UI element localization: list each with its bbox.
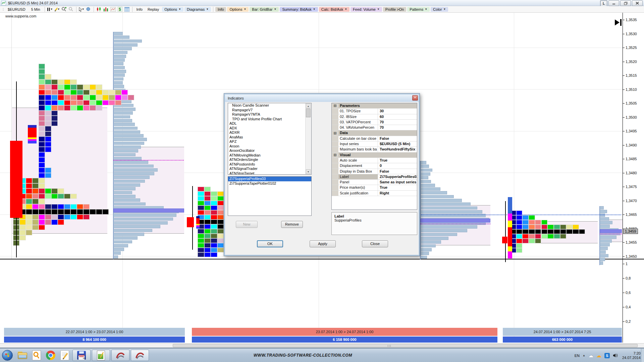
property-section-header[interactable]: ⊟Data [332, 130, 417, 136]
close-button-dialog[interactable]: Close [362, 240, 388, 247]
indicator-list-item[interactable]: ADXR [228, 130, 305, 135]
marker-tool-icon[interactable] [86, 7, 92, 12]
taskbar-app-ninjatrader-1[interactable] [111, 350, 129, 361]
collapse-icon[interactable]: ⊟ [332, 130, 338, 135]
scrollbar-thumb[interactable] [173, 344, 638, 347]
property-row[interactable]: Maximum bars look baTwoHundredFiftySix [332, 147, 417, 152]
collapse-icon[interactable]: ⊟ [332, 153, 338, 158]
replay-button[interactable]: Replay [146, 7, 161, 12]
taskbar-app-ninjatrader-2[interactable] [131, 350, 149, 361]
scroll-thumb[interactable] [306, 109, 311, 117]
line-chart-icon[interactable] [110, 7, 116, 12]
bar-type-icon[interactable]: ▼ [47, 7, 53, 12]
explorer-icon[interactable] [16, 350, 29, 361]
volume-bars-icon[interactable] [103, 7, 109, 12]
property-row[interactable]: Scale justificationRight [332, 191, 417, 196]
patterns-menu[interactable]: Patterns▼ [407, 7, 430, 12]
indicator-list-item[interactable]: APZ [228, 139, 305, 144]
options-chip[interactable]: Options▼ [227, 7, 249, 12]
search-icon[interactable] [30, 350, 43, 361]
feed-volume-menu[interactable]: Feed: Volume▼ [351, 7, 382, 12]
diagramas-menu[interactable]: Diagramas▼ [184, 7, 211, 12]
property-value[interactable]: 70 [378, 120, 417, 125]
indicator-list-item[interactable]: Nison Candle Scanner [228, 103, 305, 108]
property-value[interactable]: False [378, 169, 417, 174]
indicator-list-item[interactable]: RampageV7MTA [228, 112, 305, 117]
property-row[interactable]: 04. VAVolumePercen70 [332, 125, 417, 130]
new-button[interactable]: New [236, 221, 258, 228]
selected-indicator-item[interactable]: Zi7SupperiaTapePlotter0102 [228, 181, 311, 186]
property-value[interactable]: TwoHundredFiftySix [378, 147, 417, 152]
go-to-end-icon[interactable] [614, 19, 623, 26]
close-button[interactable] [632, 0, 643, 6]
property-section-header[interactable]: ⊟Visual [332, 153, 417, 158]
property-value[interactable]: False [378, 136, 417, 141]
property-row[interactable]: PanelSame as input series [332, 180, 417, 185]
indicator-list-item[interactable]: ATNMovingMedian [228, 153, 305, 158]
selected-indicator-item[interactable]: Zi7SupperiaProfiles03 [228, 177, 311, 181]
property-value[interactable]: Zi7SupperiaProfiles03 [378, 174, 417, 179]
dialog-close-icon[interactable]: ✕ [412, 95, 418, 101]
bar-gridbar-menu[interactable]: Bar: GridBar▼ [250, 7, 279, 12]
scroll-down-icon[interactable]: ▼ [306, 169, 311, 174]
property-value[interactable]: Same as input series [378, 180, 417, 185]
property-grid[interactable]: ⊟Parameters01. TPOSize3002. IBSize6003. … [331, 103, 417, 210]
cloud-icon[interactable]: ☁ [588, 353, 593, 359]
scroll-up-icon[interactable]: ▲ [306, 104, 311, 108]
show-desktop-button[interactable] [641, 349, 644, 362]
list-scrollbar[interactable]: ▲ ▼ [305, 103, 311, 174]
start-button[interactable] [2, 350, 13, 361]
taskbar-app-journal[interactable] [92, 350, 110, 361]
indicator-list-item[interactable]: ADL [228, 121, 305, 126]
selected-indicators-list[interactable]: Zi7SupperiaProfiles03Zi7SupperiaTapePlot… [228, 176, 312, 216]
property-value[interactable]: True [378, 185, 417, 190]
property-value[interactable]: $EURUSD (5 Min) [378, 141, 417, 146]
property-row[interactable]: 01. TPOSize30 [332, 109, 417, 114]
info-button[interactable]: Info [135, 7, 145, 12]
toolbar-grip[interactable]: ⁞ [3, 7, 3, 11]
candlestick-icon[interactable] [96, 7, 102, 12]
property-value[interactable]: Right [378, 191, 417, 196]
apply-button[interactable]: Apply [310, 240, 336, 247]
indicator-list-item[interactable]: ATNStopTarget [228, 171, 305, 175]
zoom-out-icon[interactable] [68, 7, 74, 12]
notepad-icon[interactable] [58, 350, 71, 361]
indicator-list-item[interactable]: AroonOscillator [228, 148, 305, 153]
minimize-button[interactable] [608, 0, 619, 6]
property-row[interactable]: Input series$EURUSD (5 Min) [332, 141, 417, 147]
property-row[interactable]: LabelZi7SupperiaProfiles03 [332, 174, 417, 180]
chrome-icon[interactable] [44, 350, 57, 361]
property-value[interactable]: True [378, 158, 417, 163]
property-row[interactable]: 03. VATPOPercent70 [332, 120, 417, 125]
dialog-titlebar[interactable]: Indicators [225, 95, 419, 102]
dollar-icon[interactable]: $ [117, 7, 123, 12]
zoom-in-icon[interactable] [61, 7, 67, 12]
taskbar-app-floppy[interactable]: 64 [72, 350, 91, 361]
color-menu[interactable]: Color▼ [431, 7, 448, 12]
tray-expand-icon[interactable]: ▲ [583, 354, 585, 357]
draw-pencil-icon[interactable]: ▼ [54, 7, 60, 12]
weather-icon[interactable]: ☁ [596, 353, 601, 359]
indicator-list-item[interactable]: ATNSignalTrader [228, 167, 305, 171]
indicator-list-item[interactable]: ATNOrdersSingle [228, 158, 305, 162]
indicator-list-item[interactable]: Aroon [228, 144, 305, 149]
info-chip[interactable]: Info [215, 7, 226, 12]
available-indicators-list[interactable]: ▲ ▼ Nison Candle ScannerRampageV7Rampage… [228, 103, 312, 175]
indicator-list-item[interactable]: AnaMas [228, 135, 305, 140]
summary-bidask-menu[interactable]: Summary: BidAsk▼ [280, 7, 318, 12]
horizontal-scrollbar[interactable] [0, 343, 644, 348]
profile-on-chip[interactable]: Profile >On [383, 7, 406, 12]
property-row[interactable]: Calculate on bar closeFalse [332, 136, 417, 141]
indicator-list-item[interactable]: RampageV7 [228, 108, 305, 113]
speaker-icon[interactable] [613, 353, 618, 358]
collapse-icon[interactable]: ⊟ [332, 103, 338, 108]
property-row[interactable]: Display in Data BoxFalse [332, 169, 417, 174]
calc-bidask-menu[interactable]: Calc: Bid/Ask▼ [319, 7, 350, 12]
property-value[interactable]: 0 [378, 163, 417, 168]
clock[interactable]: 7:20 24.07.2014 [622, 351, 641, 360]
skype-icon[interactable]: S [604, 353, 610, 358]
indicator-list-item[interactable]: ATNPostionInfo [228, 162, 305, 167]
symbol-selector[interactable]: $EURUSD [5, 7, 28, 12]
data-table-icon[interactable] [124, 7, 130, 12]
indicator-list-item[interactable]: TPO and Volume Profile Chart [228, 117, 305, 122]
